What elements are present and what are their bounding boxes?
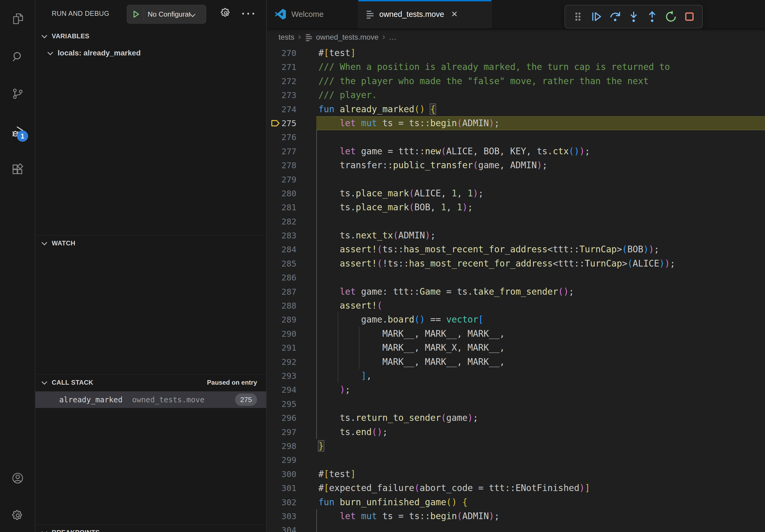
code-line-286[interactable]: 286 [267, 271, 765, 285]
code-line-295[interactable]: 295 [267, 397, 765, 411]
code-text: MARK__, MARK__, MARK__, [319, 327, 505, 341]
indent-guide [316, 327, 317, 341]
code-line-294[interactable]: 294 ); [267, 383, 765, 397]
ellipsis-icon[interactable] [241, 12, 255, 17]
code-line-292[interactable]: 292 MARK__, MARK__, MARK__, [267, 355, 765, 369]
line-number: 299 [267, 453, 297, 467]
line-number: 302 [267, 495, 297, 509]
code-line-281[interactable]: 281 ts.place_mark(BOB, 1, 1); [267, 200, 765, 214]
tab-owned-tests-move[interactable]: owned_tests.move ✕ [359, 0, 492, 28]
settings-gear-icon[interactable] [12, 509, 24, 522]
start-debug-play-icon[interactable] [131, 10, 141, 19]
indent-guide [316, 397, 317, 411]
variables-locals-row[interactable]: locals: already_marked [35, 46, 266, 61]
line-number: 297 [267, 425, 297, 439]
section-variables[interactable]: VARIABLES [35, 28, 266, 44]
line-number: 285 [267, 257, 297, 271]
line-number: 301 [267, 481, 297, 495]
section-breakpoints[interactable]: BREAKPOINTS [35, 525, 266, 532]
call-stack-frame-row[interactable]: already_marked owned_tests.move 275 [35, 392, 266, 408]
code-line-279[interactable]: 279 [267, 172, 765, 186]
section-label: WATCH [52, 239, 75, 247]
vscode-window: 1 RUN AND DEBUG No Configurations [0, 0, 765, 532]
indent-guide [316, 158, 317, 172]
chevron-down-icon [42, 239, 47, 245]
line-number: 303 [267, 509, 297, 523]
step-into-icon[interactable] [627, 10, 641, 24]
code-text: assert!( [319, 299, 382, 313]
line-number: 288 [267, 299, 297, 313]
code-line-290[interactable]: 290 MARK__, MARK__, MARK__, [267, 327, 765, 341]
explorer-icon[interactable] [12, 13, 24, 25]
code-line-277[interactable]: 277 let game = ttt::new(ALICE, BOB, KEY,… [267, 144, 765, 158]
code-line-283[interactable]: 283 ts.next_tx(ADMIN); [267, 228, 765, 242]
code-line-272[interactable]: 272/// the player who made the "false" m… [267, 74, 765, 88]
line-number: 298 [267, 439, 297, 453]
close-icon[interactable]: ✕ [451, 10, 458, 18]
line-number: 270 [267, 46, 297, 60]
debug-config-dropdown[interactable]: No Configurations [127, 5, 206, 24]
code-line-287[interactable]: 287 let game: ttt::Game = ts.take_from_s… [267, 285, 765, 299]
code-line-293[interactable]: 293 ], [267, 369, 765, 383]
code-line-276[interactable]: 276 [267, 130, 765, 144]
code-line-270[interactable]: 270#[test] [267, 46, 765, 60]
tab-welcome[interactable]: Welcome [267, 0, 359, 28]
code-line-275[interactable]: 275 let mut ts = ts::begin(ADMIN); [267, 116, 765, 130]
code-text: ], [319, 369, 372, 383]
source-control-icon[interactable] [12, 88, 24, 100]
account-icon[interactable] [12, 472, 24, 484]
editor-group: Welcome owned_tests.move ✕ [267, 0, 765, 532]
code-line-301[interactable]: 301#[expected_failure(abort_code = ttt::… [267, 481, 765, 495]
debug-config-label: No Configurations [148, 10, 190, 19]
step-over-icon[interactable] [608, 10, 622, 24]
breadcrumb-item-symbol[interactable]: … [389, 33, 396, 42]
code-text: assert!(!ts::has_most_recent_for_address… [319, 257, 675, 271]
code-line-302[interactable]: 302fun burn_unfinished_game() { [267, 495, 765, 509]
code-line-273[interactable]: 273/// player. [267, 88, 765, 102]
code-line-303[interactable]: 303 let mut ts = ts::begin(ADMIN); [267, 509, 765, 523]
code-line-280[interactable]: 280 ts.place_mark(ALICE, 1, 1); [267, 186, 765, 200]
code-line-297[interactable]: 297 ts.end(); [267, 425, 765, 439]
code-text: ts.return_to_sender(game); [319, 411, 478, 425]
chevron-down-icon [42, 379, 47, 385]
drag-grip-icon[interactable] [571, 10, 585, 24]
indent-guide [316, 200, 317, 214]
breadcrumb-item-file[interactable]: owned_tests.move [316, 33, 379, 42]
code-line-282[interactable]: 282 [267, 215, 765, 228]
code-line-300[interactable]: 300#[test] [267, 467, 765, 481]
section-watch[interactable]: WATCH [35, 235, 266, 251]
continue-icon[interactable] [589, 10, 603, 24]
code-line-298[interactable]: 298} [267, 439, 765, 453]
code-line-304[interactable]: 304 [267, 523, 765, 532]
code-line-274[interactable]: 274fun already_marked() { [267, 102, 765, 116]
indent-guide [316, 271, 317, 285]
code-line-285[interactable]: 285 assert!(!ts::has_most_recent_for_add… [267, 257, 765, 271]
dropdown-separator [144, 8, 144, 20]
breadcrumb-item-tests[interactable]: tests [279, 33, 294, 42]
restart-icon[interactable] [664, 10, 678, 24]
stop-icon[interactable] [682, 10, 696, 24]
chevron-down-icon [42, 32, 47, 38]
step-out-icon[interactable] [645, 10, 659, 24]
code-area[interactable]: 270#[test]271/// When a position is alre… [267, 46, 765, 532]
code-line-271[interactable]: 271/// When a position is already marked… [267, 60, 765, 74]
line-number: 281 [267, 200, 297, 214]
code-line-289[interactable]: 289 game.board() == vector[ [267, 313, 765, 327]
indent-guide [316, 228, 317, 242]
search-icon[interactable] [12, 51, 24, 63]
line-number: 275 [267, 116, 297, 130]
gear-icon[interactable] [220, 7, 232, 20]
code-line-296[interactable]: 296 ts.return_to_sender(game); [267, 411, 765, 425]
section-call-stack[interactable]: CALL STACK Paused on entry [35, 375, 266, 390]
extensions-icon[interactable] [12, 163, 24, 176]
code-line-299[interactable]: 299 [267, 453, 765, 467]
code-text: #[test] [319, 467, 356, 481]
code-line-284[interactable]: 284 assert!(ts::has_most_recent_for_addr… [267, 242, 765, 256]
code-line-291[interactable]: 291 MARK__, MARK_X, MARK__, [267, 341, 765, 355]
code-line-288[interactable]: 288 assert!( [267, 299, 765, 313]
locals-label: locals: already_marked [58, 49, 141, 57]
code-line-278[interactable]: 278 transfer::public_transfer(game, ADMI… [267, 158, 765, 172]
line-number: 280 [267, 186, 297, 200]
activity-bar: 1 [0, 0, 35, 532]
code-text: let game: ttt::Game = ts.take_from_sende… [319, 285, 574, 299]
